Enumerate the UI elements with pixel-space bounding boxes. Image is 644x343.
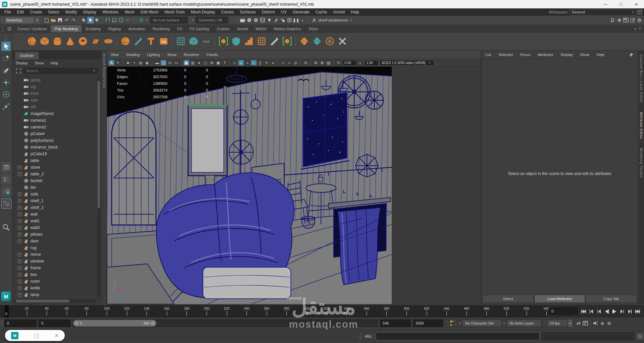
- anti-alias-icon[interactable]: ⊠: [319, 60, 325, 65]
- poly-cylinder-icon[interactable]: [51, 35, 63, 47]
- outliner-search-input[interactable]: Search... ▼: [23, 68, 99, 74]
- range-start-handle[interactable]: [74, 321, 79, 326]
- ae-menu-focus[interactable]: Focus: [517, 53, 534, 57]
- viewport-menu-lighting[interactable]: Lighting: [143, 53, 164, 57]
- camera-icon[interactable]: ▬: [154, 60, 160, 65]
- camera-lock-icon[interactable]: ◻: [161, 60, 166, 65]
- outliner-item-wall1[interactable]: +wall1: [13, 218, 97, 224]
- poly-torus-icon[interactable]: [77, 35, 89, 47]
- snap-grid-icon[interactable]: [104, 17, 111, 23]
- textured-mode-icon[interactable]: ◍: [138, 60, 144, 65]
- reset-transform-icon[interactable]: [200, 35, 212, 47]
- close-window-icon[interactable]: ✕: [54, 333, 59, 339]
- expander-icon[interactable]: +: [18, 260, 21, 263]
- menu-display[interactable]: Display: [80, 9, 99, 15]
- outliner-item-wall3[interactable]: +wall3: [13, 224, 97, 231]
- wireframe-sphere-icon[interactable]: [324, 35, 336, 47]
- menu-modify[interactable]: Modify: [62, 9, 80, 15]
- annotate-icon[interactable]: [629, 17, 636, 23]
- poly-disc-icon[interactable]: [102, 35, 114, 47]
- outliner-vertical-scrollbar[interactable]: [97, 77, 100, 298]
- gate-mask-icon[interactable]: ▦: [183, 60, 189, 65]
- ae-menu-selected[interactable]: Selected: [495, 53, 517, 57]
- playback-end-field[interactable]: 545: [380, 320, 411, 327]
- ao-icon[interactable]: ◖: [280, 60, 286, 65]
- redo-icon[interactable]: ↷: [70, 17, 77, 23]
- outliner-menu-help[interactable]: Help: [47, 61, 62, 65]
- viewport-menu-view[interactable]: View: [107, 53, 122, 57]
- texture-view-icon[interactable]: [259, 17, 266, 23]
- shelf-tab-custom[interactable]: Custom: [213, 25, 233, 32]
- copy-tab-button[interactable]: Copy Tab: [586, 295, 637, 303]
- chevron-down-icon[interactable]: ▼: [503, 322, 505, 325]
- layout-windows-icon[interactable]: [623, 17, 629, 23]
- ae-menu-show[interactable]: Show: [576, 53, 593, 57]
- play-small-icon[interactable]: ▸: [300, 17, 306, 23]
- viewport-menu-shading[interactable]: Shading: [122, 53, 143, 57]
- outliner-item-pcube19[interactable]: pCube19: [13, 151, 97, 157]
- animation-start-field[interactable]: 0: [4, 320, 37, 327]
- outliner-item-table[interactable]: table: [13, 157, 97, 164]
- poly-cube-icon[interactable]: [39, 35, 51, 47]
- new-scene-icon[interactable]: [43, 17, 50, 23]
- shelf-tab-mash[interactable]: MASH: [252, 25, 270, 32]
- grip-handle[interactable]: [359, 333, 362, 340]
- dock-tab-modeling-toolkit[interactable]: Modeling Toolkit: [639, 148, 643, 178]
- animation-preferences-icon[interactable]: ⚙: [606, 320, 612, 327]
- layout-four-pane-button[interactable]: [1, 198, 11, 209]
- range-slider-bar[interactable]: 0 545: [73, 320, 156, 327]
- close-button[interactable]: ×: [629, 0, 644, 8]
- load-attributes-button[interactable]: Load Attributes: [534, 295, 585, 303]
- arnold-renderview-tab[interactable]: Arnold RenderView: [101, 50, 107, 304]
- expander-icon[interactable]: +: [18, 213, 21, 216]
- range-slider-track[interactable]: 0 545: [73, 320, 378, 327]
- lit-mode-icon[interactable]: ◉: [144, 60, 150, 65]
- combine-icon[interactable]: [298, 35, 310, 47]
- outliner-item-kettle[interactable]: +kettle: [13, 285, 97, 291]
- menu-mesh-display[interactable]: Mesh Display: [188, 9, 218, 15]
- menu-curves[interactable]: Curves: [218, 9, 237, 15]
- layout-single-pane-button[interactable]: [1, 162, 11, 172]
- default-material-icon[interactable]: ▒: [257, 60, 263, 65]
- grip-handle[interactable]: [1, 17, 3, 23]
- outliner-item-table-2[interactable]: +table_2: [13, 171, 97, 177]
- expander-icon[interactable]: +: [18, 206, 21, 210]
- outliner-item-shelf-2[interactable]: +shelf_2: [13, 204, 97, 211]
- shelf-tab-poly-modeling[interactable]: Poly Modeling: [51, 25, 82, 32]
- paint-effects-icon[interactable]: [273, 17, 279, 23]
- multi-cut-icon[interactable]: [268, 35, 280, 47]
- lights-icon[interactable]: ✶: [264, 60, 269, 65]
- dock-tab-attribute-editor[interactable]: Attribute Editor: [639, 112, 643, 139]
- workspace-grid-icon[interactable]: [637, 10, 642, 14]
- svg-tool-icon[interactable]: [158, 35, 170, 47]
- undo-icon[interactable]: ↶: [63, 17, 70, 23]
- maximize-button[interactable]: □: [613, 0, 629, 8]
- dock-tab-channel-box-layer-editor[interactable]: Channel Box / Layer Editor: [639, 54, 643, 103]
- zoom-tool[interactable]: [1, 223, 11, 232]
- xray-active-icon[interactable]: ◑: [245, 60, 250, 65]
- sculpt-reference-icon[interactable]: [609, 17, 616, 23]
- outliner-item-bucket[interactable]: bucket: [13, 177, 97, 184]
- paint-select-tool[interactable]: [1, 66, 11, 75]
- minimize-button[interactable]: ─: [598, 0, 613, 8]
- move-tool[interactable]: [1, 78, 11, 87]
- render-icon[interactable]: [239, 17, 246, 23]
- hypershade-icon[interactable]: [279, 17, 286, 23]
- viewport-menu-show[interactable]: Show: [164, 53, 180, 57]
- ae-menu-help[interactable]: Help: [593, 53, 608, 57]
- account-menu[interactable]: sherif elsalamouni ▼: [312, 18, 353, 22]
- outliner-item-bin[interactable]: bin: [13, 184, 97, 191]
- menu-edit-mesh[interactable]: Edit Mesh: [138, 9, 161, 15]
- cleanup-icon[interactable]: [230, 35, 242, 47]
- menu-windows[interactable]: Windows: [99, 9, 122, 15]
- symmetry-field[interactable]: Symmetry: Off: [196, 17, 228, 23]
- menu-mesh-tools[interactable]: Mesh Tools: [162, 9, 188, 15]
- separate-icon[interactable]: [311, 35, 323, 47]
- shelf-menu-icon[interactable]: [7, 27, 12, 31]
- step-back-key-button[interactable]: [595, 307, 603, 316]
- shelf-tab-rigging[interactable]: Rigging: [105, 25, 125, 32]
- menu-deform[interactable]: Deform: [259, 9, 278, 15]
- outliner-item-door[interactable]: +door: [13, 238, 97, 244]
- menu-select[interactable]: Select: [45, 9, 62, 15]
- play-forward-button[interactable]: [610, 307, 618, 316]
